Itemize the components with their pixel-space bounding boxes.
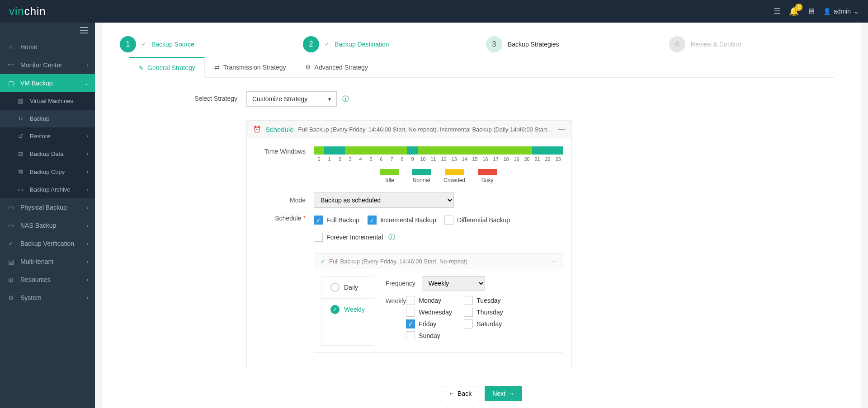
nav-icon: ▢ — [7, 80, 15, 87]
legend-idle: Idle — [380, 169, 399, 183]
time-segment — [480, 146, 491, 155]
schedule-label: Schedule — [255, 215, 314, 222]
collapse-icon[interactable]: — — [551, 258, 557, 265]
sidebar-subitem-backup-copy[interactable]: ⧉Backup Copy‹ — [0, 163, 95, 181]
sidebar-item-monitor-center[interactable]: 〰Monitor Center‹ — [0, 56, 95, 74]
sidebar-subitem-virtual-machines[interactable]: ▥Virtual Machines — [0, 92, 95, 110]
period-daily[interactable]: Daily — [321, 277, 374, 299]
time-segment — [366, 146, 376, 155]
time-segment — [345, 146, 355, 155]
user-icon: 👤 — [823, 8, 831, 15]
monitor-icon[interactable]: 🖥 — [807, 7, 815, 16]
chevron-icon: ‹ — [87, 223, 88, 228]
sidebar-item-backup-verification[interactable]: ✓Backup Verification‹ — [0, 234, 95, 253]
time-segment — [335, 146, 345, 155]
schedule-title: Schedule — [265, 126, 294, 133]
select-strategy-dropdown[interactable]: Customize Strategy ▼ — [246, 91, 337, 107]
sidebar-item-vm-backup[interactable]: ▢VM Backup⌄ — [0, 74, 95, 92]
select-strategy-label: Select Strategy — [156, 91, 246, 102]
day-wednesday[interactable]: Wednesday — [406, 308, 456, 317]
bell-icon[interactable]: 🔔1 — [789, 6, 799, 16]
wizard-step-2[interactable]: 2✓Backup Destination — [303, 36, 477, 52]
check-icon: ✓ — [142, 41, 146, 47]
sidebar-item-multi-tenant[interactable]: ▤Multi-tenant‹ — [0, 253, 95, 271]
tab-advanced-strategy[interactable]: ⚙Advanced Strategy — [296, 57, 377, 77]
checkbox-full-backup[interactable]: ✓Full Backup — [314, 216, 359, 225]
collapse-icon[interactable]: — — [558, 125, 565, 133]
info-icon[interactable]: ⓘ — [342, 95, 349, 103]
schedule-panel: ⏰ Schedule Full Backup (Every Friday, 14… — [246, 120, 572, 368]
chevron-icon: ‹ — [87, 187, 88, 192]
sidebar-item-nas-backup[interactable]: ▭NAS Backup‹ — [0, 216, 95, 234]
day-monday[interactable]: Monday — [406, 296, 456, 305]
tab-general-strategy[interactable]: ✎General Strategy — [129, 57, 205, 78]
time-segment — [439, 146, 449, 155]
caret-down-icon: ▼ — [327, 97, 332, 102]
legend-normal: Normal — [412, 169, 431, 183]
sidebar-item-system[interactable]: ⚙System‹ — [0, 289, 95, 307]
chevron-icon: ‹ — [87, 205, 88, 210]
strategy-tabs: ✎General Strategy⇄Transmission Strategy⚙… — [129, 57, 834, 78]
sidebar-subitem-backup-archive[interactable]: ▭Backup Archive‹ — [0, 181, 95, 198]
checkbox-differential-backup[interactable]: Differential Backup — [444, 216, 510, 225]
wizard-step-1[interactable]: 1✓Backup Source — [120, 36, 294, 52]
chevron-icon: ‹ — [87, 151, 88, 156]
time-segment — [355, 146, 366, 155]
time-windows-bar — [314, 146, 563, 155]
frequency-select[interactable]: Weekly — [422, 276, 485, 291]
time-segment — [407, 146, 418, 155]
sidebar: ⌂Home〰Monitor Center‹▢VM Backup⌄▥Virtual… — [0, 23, 95, 408]
time-windows-label: Time Windows — [255, 146, 314, 155]
nav-icon: ▭ — [7, 222, 15, 229]
day-saturday[interactable]: Saturday — [464, 319, 514, 328]
sidebar-subitem-backup[interactable]: ↻Backup — [0, 110, 95, 127]
day-friday[interactable]: ✓Friday — [406, 319, 456, 328]
notification-badge: 1 — [795, 4, 802, 11]
time-segment — [501, 146, 511, 155]
check-icon: ✓ — [321, 258, 326, 265]
chevron-icon: ‹ — [87, 259, 88, 264]
time-segment — [511, 146, 522, 155]
nav-icon: ⧉ — [16, 168, 24, 175]
wizard-step-3: 3Backup Strategies — [486, 36, 660, 52]
main-content: 1✓Backup Source2✓Backup Destination3Back… — [102, 23, 861, 408]
time-segment — [449, 146, 459, 155]
period-weekly[interactable]: Weekly — [321, 299, 374, 320]
period-select: DailyWeekly — [321, 276, 374, 346]
frequency-label: Frequency — [386, 280, 422, 287]
day-tuesday[interactable]: Tuesday — [464, 296, 514, 305]
legend-crowded: Crowded — [443, 169, 465, 183]
back-button[interactable]: ← Back — [441, 386, 479, 401]
sidebar-subitem-restore[interactable]: ↺Restore‹ — [0, 127, 95, 145]
nav-icon: ⚙ — [7, 294, 15, 301]
sidebar-item-home[interactable]: ⌂Home — [0, 38, 95, 56]
day-thursday[interactable]: Thursday — [464, 308, 514, 317]
sidebar-item-physical-backup[interactable]: ▭Physical Backup‹ — [0, 198, 95, 216]
tab-icon: ⇄ — [214, 64, 220, 71]
mode-select[interactable]: Backup as scheduled — [314, 192, 454, 208]
time-segment — [376, 146, 387, 155]
checkbox-forever-incremental[interactable]: Forever Incrementalⓘ — [314, 233, 395, 242]
weekly-label: Weekly — [386, 296, 406, 305]
nav-icon: ▭ — [7, 204, 15, 211]
chevron-icon: ‹ — [87, 277, 88, 282]
sidebar-item-resources[interactable]: ⊞Resources‹ — [0, 271, 95, 289]
time-segment — [314, 146, 324, 155]
nav-icon: ✓ — [7, 240, 15, 247]
wizard-steps: 1✓Backup Source2✓Backup Destination3Back… — [102, 23, 861, 57]
top-bar: vinchin ☰ 🔔1 🖥 👤 admin ⌄ — [0, 0, 868, 23]
time-segment — [459, 146, 470, 155]
checkbox-incremental-backup[interactable]: ✓Incremental Backup — [368, 216, 436, 225]
chevron-icon: ‹ — [87, 169, 88, 174]
list-icon[interactable]: ☰ — [774, 6, 781, 16]
nav-icon: ⊞ — [7, 276, 15, 283]
user-menu[interactable]: 👤 admin ⌄ — [823, 8, 859, 15]
info-icon[interactable]: ⓘ — [388, 233, 395, 242]
day-sunday[interactable]: Sunday — [406, 331, 456, 340]
time-segment — [418, 146, 428, 155]
next-button[interactable]: Next → — [485, 386, 522, 401]
radio-icon — [330, 305, 340, 314]
sidebar-toggle[interactable] — [0, 23, 95, 38]
tab-transmission-strategy[interactable]: ⇄Transmission Strategy — [205, 57, 296, 77]
sidebar-subitem-backup-data[interactable]: ⊟Backup Data‹ — [0, 145, 95, 163]
